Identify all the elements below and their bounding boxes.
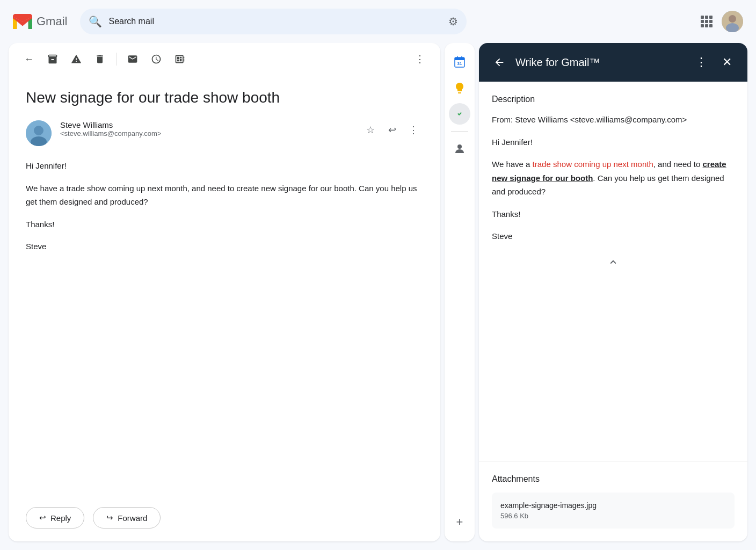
email-subject: New signage for our trade show booth [26,88,423,107]
email-content: New signage for our trade show booth Ste… [9,75,440,494]
attachment-item[interactable]: example-signage-images.jpg 596.6 Kb [492,493,735,529]
wrike-greeting: Hi Jennifer! [492,135,735,149]
svg-point-10 [729,15,736,23]
attachment-filesize: 596.6 Kb [500,512,726,520]
sender-info: Steve Williams <steve.williams@company.c… [60,120,352,138]
right-sidebar: 31 [445,43,756,550]
archive-button[interactable] [43,49,62,69]
more-options-button[interactable]: ⋮ [410,49,430,69]
email-panel: ← [9,43,440,541]
svg-rect-16 [455,57,464,60]
email-footer: ↩ Reply ↪ Forward [9,494,440,541]
delete-button[interactable] [90,49,110,69]
attachments-section: Attachments example-signage-images.jpg 5… [479,461,747,541]
email-meta: Steve Williams <steve.williams@company.c… [26,120,423,146]
email-body-text: We have a trade show coming up next mont… [26,182,423,209]
wrike-thanks: Thanks! [492,207,735,221]
wrike-from-text: From: Steve Williams <steve.williams@com… [492,115,687,124]
wrike-header: Wrike for Gmail™ ⋮ ✕ [479,43,747,82]
email-signature: Steve [26,240,423,254]
wrike-body-prefix: We have a [492,160,533,169]
attachment-filename: example-signage-images.jpg [500,501,726,510]
reply-button[interactable]: ↩ Reply [26,507,84,529]
toolbar-divider [116,53,117,66]
icon-strip: 31 [445,43,475,541]
back-button[interactable]: ← [19,49,39,69]
strip-divider [451,131,468,132]
wrike-sign: Steve [492,229,735,243]
search-bar: 🔍 Search mail ⚙ [80,9,467,34]
search-input[interactable]: Search mail [108,17,442,26]
user-avatar[interactable] [722,11,743,32]
svg-text:31: 31 [457,61,462,66]
forward-icon: ↪ [106,513,113,523]
wrike-collapse-button[interactable] [492,252,735,272]
star-button[interactable]: ☆ [361,120,380,140]
email-greeting: Hi Jennifer! [26,159,423,173]
wrike-panel-title: Wrike for Gmail™ [515,56,685,69]
gmail-logo-text: Gmail [37,15,67,28]
reply-icon: ↩ [39,513,46,523]
bulb-strip-icon[interactable] [449,77,470,99]
snooze-button[interactable] [147,49,166,69]
top-bar: Gmail 🔍 Search mail ⚙ [0,0,756,43]
report-button[interactable] [67,49,86,69]
svg-rect-2 [709,16,713,19]
wrike-body-middle: , and need to [653,160,703,169]
check-strip-icon[interactable] [449,103,470,125]
sender-name: Steve Williams [60,120,352,129]
sender-email-address: <steve.williams@company.com> [60,129,352,138]
svg-rect-6 [701,24,704,27]
wrike-body-highlight: trade show coming up next month [533,160,653,169]
forward-label: Forward [118,513,147,523]
sender-avatar [26,120,52,146]
forward-button[interactable]: ↪ Forward [93,507,161,529]
gmail-logo: Gmail [13,14,67,29]
svg-rect-8 [709,24,713,27]
wrike-description-label: Description [492,95,735,104]
wrike-close-button[interactable]: ✕ [717,53,737,72]
main-layout: ← [0,43,756,550]
svg-rect-1 [705,16,708,19]
person-strip-icon[interactable] [449,138,470,160]
sender-avatar-image [26,120,52,146]
svg-rect-3 [701,20,704,23]
mark-unread-button[interactable] [123,49,142,69]
wrike-body-text: We have a trade show coming up next mont… [492,157,735,199]
email-body: Hi Jennifer! We have a trade show coming… [26,159,423,254]
app-grid-button[interactable] [696,11,717,32]
wrike-from-line: From: Steve Williams <steve.williams@com… [492,113,735,127]
svg-point-13 [34,126,43,135]
reply-label: Reply [50,513,71,523]
svg-rect-5 [709,20,713,23]
email-actions: ☆ ↩ ⋮ [361,120,423,140]
add-task-button[interactable] [170,49,190,69]
svg-rect-7 [705,24,708,27]
search-icon: 🔍 [89,15,102,28]
wrike-back-button[interactable] [490,53,509,72]
search-filter-icon[interactable]: ⚙ [448,15,458,28]
wrike-body: Description From: Steve Williams <steve.… [479,82,747,461]
svg-point-21 [457,144,462,149]
wrike-more-button[interactable]: ⋮ [692,53,711,72]
avatar-image [722,11,743,32]
email-toolbar: ← [9,43,440,75]
calendar-strip-icon[interactable]: 31 [449,52,470,73]
add-strip-button[interactable]: + [449,511,470,533]
more-email-actions-button[interactable]: ⋮ [404,120,423,140]
attachments-label: Attachments [492,474,735,484]
svg-rect-0 [701,16,704,19]
top-bar-right [696,11,743,32]
svg-rect-4 [705,20,708,23]
wrike-panel: Wrike for Gmail™ ⋮ ✕ Description From: S… [479,43,747,541]
reply-button-inline[interactable]: ↩ [382,120,402,140]
email-thanks: Thanks! [26,218,423,231]
